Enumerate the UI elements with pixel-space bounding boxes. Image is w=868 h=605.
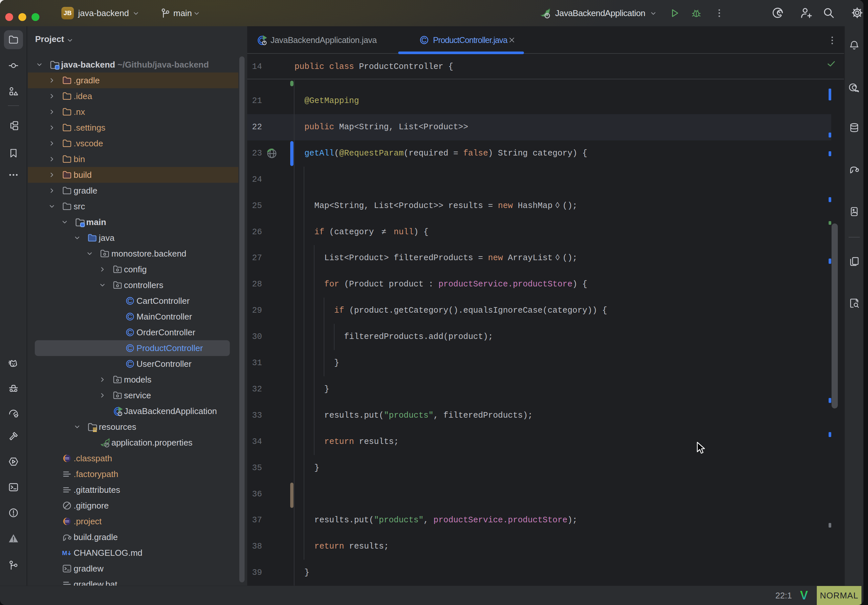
svg-text:M: M [62, 549, 67, 557]
